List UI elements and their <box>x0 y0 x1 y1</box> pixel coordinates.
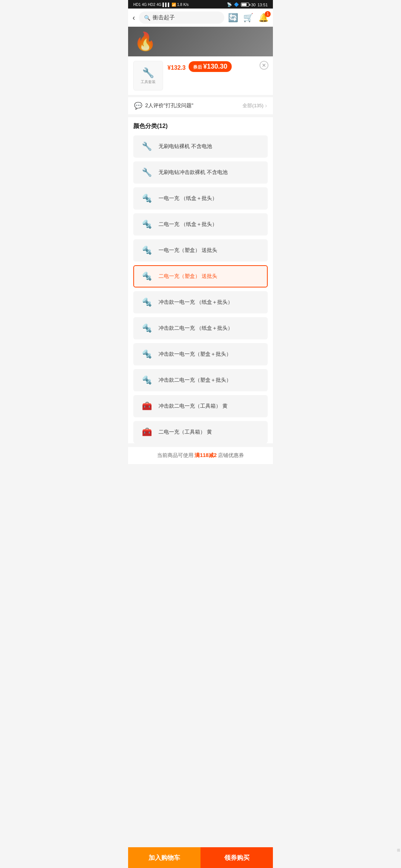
price-num: 132.3 <box>171 65 186 71</box>
coupon-symbol: ¥ <box>203 63 207 70</box>
notification-button[interactable]: 🔔 1 <box>258 13 268 23</box>
variant-label: 冲击款二电一充（工具箱） 黄 <box>159 403 228 410</box>
variant-item[interactable]: 🔩冲击款二电一充 （纸盒＋批头） <box>133 317 268 339</box>
status-left: HD1 4G HD2 4G ▌▌▌ 📶 1.8 K/s <box>133 3 189 7</box>
variant-icon: 🔩 <box>138 192 155 205</box>
signal-4g1: 4G <box>142 3 147 7</box>
wifi-icon: 📶 <box>172 3 176 7</box>
arrow-right-icon: › <box>265 102 267 109</box>
variant-label: 二电一充 （纸盒＋批头） <box>159 221 217 228</box>
variant-label: 冲击款一电一充 （纸盒＋批头） <box>159 299 233 306</box>
product-card: 🔧 工具套装 ¥132.3 券后 ¥130.30 ✕ <box>128 56 273 95</box>
variant-icon: 🔩 <box>138 374 155 387</box>
battery-percent: 30 <box>251 3 255 7</box>
variant-label: 无刷电钻裸机 不含电池 <box>159 143 212 150</box>
cart-button[interactable]: 🛒 <box>243 13 253 23</box>
search-text: 衝击起子 <box>153 14 175 21</box>
coupon-suffix: 店铺优惠券 <box>218 452 244 458</box>
review-text: 2人评价"打孔没问题" <box>145 102 242 109</box>
refresh-button[interactable]: 🔄 <box>228 13 238 23</box>
variant-item[interactable]: 🔩二电一充 （纸盒＋批头） <box>133 213 268 236</box>
hd2-label: HD2 <box>148 3 155 7</box>
coupon-label: 券后 <box>193 65 203 70</box>
variant-label: 冲击款一电一充（塑盒＋批头） <box>159 351 231 358</box>
variant-label: 冲击款二电一充 （纸盒＋批头） <box>159 325 233 332</box>
coupon-highlight: 满118减2 <box>195 452 216 458</box>
comment-icon: 💬 <box>134 102 142 110</box>
variant-icon: 🔧 <box>138 166 155 179</box>
review-section[interactable]: 💬 2人评价"打孔没问题" 全部(135) › <box>128 95 273 114</box>
variant-item[interactable]: 🔩冲击款一电一充（塑盒＋批头） <box>133 343 268 365</box>
price-section: ¥132.3 券后 ¥130.30 <box>167 61 268 72</box>
product-thumbnail: 🔧 工具套装 <box>133 61 163 91</box>
bottom-spacer <box>128 464 273 490</box>
color-section: 颜色分类(12) 🔧无刷电钻裸机 不含电池🔧无刷电钻冲击款裸机 不含电池🔩一电一… <box>128 117 273 443</box>
variant-label: 二电一充（工具箱） 黄 <box>159 429 212 435</box>
section-divider <box>128 114 273 117</box>
review-count: 全部(135) <box>242 102 263 109</box>
coupon-info: 当前商品可使用 满118减2 店铺优惠券 <box>128 447 273 464</box>
close-button[interactable]: ✕ <box>260 61 268 70</box>
coupon-num: 130.30 <box>207 63 227 70</box>
status-bar: HD1 4G HD2 4G ▌▌▌ 📶 1.8 K/s 📡 🔷 30 13:51 <box>128 0 273 9</box>
variant-icon: 🔩 <box>138 348 155 361</box>
notification-badge: 1 <box>265 11 271 17</box>
variant-item[interactable]: 🔧无刷电钻裸机 不含电池 <box>133 135 268 158</box>
variant-label: 冲击款二电一充（塑盒＋批头） <box>159 377 231 384</box>
bluetooth-icon: 🔷 <box>234 2 239 7</box>
coupon-price: 券后 ¥130.30 <box>189 61 232 72</box>
variant-list: 🔧无刷电钻裸机 不含电池🔧无刷电钻冲击款裸机 不含电池🔩一电一充 （纸盒＋批头）… <box>133 135 268 443</box>
speed-label: 1.8 K/s <box>177 3 189 7</box>
variant-icon: 🔩 <box>138 244 155 257</box>
search-box[interactable]: 🔍 衝击起子 <box>139 11 224 24</box>
fire-icon: 🔥 <box>134 31 156 52</box>
variant-icon: 🔧 <box>138 140 155 153</box>
search-icon: 🔍 <box>144 15 150 21</box>
back-button[interactable]: ‹ <box>133 13 135 22</box>
nav-bar: ‹ 🔍 衝击起子 🔄 🛒 🔔 1 <box>128 9 273 27</box>
variant-icon: 🔩 <box>138 296 155 309</box>
variant-item[interactable]: 🔧无刷电钻冲击款裸机 不含电池 <box>133 161 268 184</box>
hd1-label: HD1 <box>133 3 141 7</box>
variant-label: 二电一充（塑盒） 送批头 <box>159 273 217 280</box>
nfc-icon: 📡 <box>227 2 232 7</box>
variant-label: 无刷电钻冲击款裸机 不含电池 <box>159 169 228 176</box>
status-right: 📡 🔷 30 13:51 <box>227 2 268 7</box>
coupon-prefix: 当前商品可使用 <box>157 452 193 458</box>
variant-item[interactable]: 🔩二电一充（塑盒） 送批头 <box>133 265 268 287</box>
prices-row: ¥132.3 券后 ¥130.30 <box>167 61 268 72</box>
variant-icon: 🧰 <box>138 425 155 439</box>
variant-item[interactable]: 🧰冲击款二电一充（工具箱） 黄 <box>133 395 268 417</box>
battery-indicator <box>241 3 249 7</box>
variant-label: 一电一充 （纸盒＋批头） <box>159 195 217 202</box>
nav-icons: 🔄 🛒 🔔 1 <box>228 13 268 23</box>
original-price: ¥132.3 <box>167 61 186 72</box>
variant-icon: 🔩 <box>138 218 155 231</box>
signal-4g2: 4G <box>156 3 161 7</box>
product-image-icon: 🔧 <box>142 67 154 79</box>
variant-item[interactable]: 🧰二电一充（工具箱） 黄 <box>133 421 268 443</box>
clock: 13:51 <box>257 3 268 7</box>
variant-label: 一电一充（塑盒） 送批头 <box>159 247 217 254</box>
variant-item[interactable]: 🔩冲击款一电一充 （纸盒＋批头） <box>133 291 268 313</box>
variant-item[interactable]: 🔩一电一充（塑盒） 送批头 <box>133 239 268 262</box>
price-symbol: ¥ <box>167 65 171 71</box>
hero-banner: 🔥 <box>128 27 273 56</box>
variant-icon: 🔩 <box>138 270 155 283</box>
variant-icon: 🔩 <box>138 322 155 335</box>
signal-bars: ▌▌▌ <box>163 3 170 7</box>
color-section-title: 颜色分类(12) <box>133 122 268 130</box>
variant-item[interactable]: 🔩冲击款二电一充（塑盒＋批头） <box>133 369 268 391</box>
variant-icon: 🧰 <box>138 400 155 413</box>
variant-item[interactable]: 🔩一电一充 （纸盒＋批头） <box>133 187 268 210</box>
